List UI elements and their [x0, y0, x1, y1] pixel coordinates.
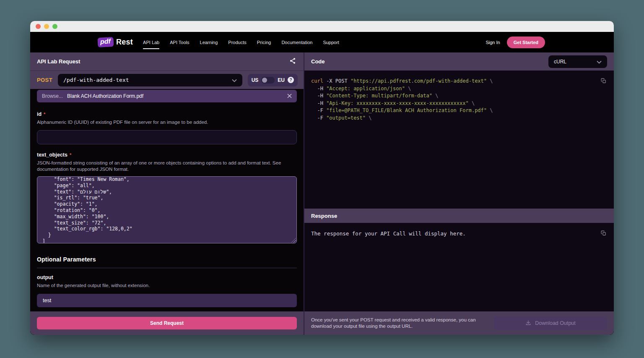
http-method-label: POST — [37, 77, 52, 83]
request-form: Browse... Blank ACH Authorization Form.p… — [30, 89, 304, 311]
download-note: Once you've sent your POST request and r… — [311, 317, 493, 330]
minimize-window-icon[interactable] — [44, 24, 49, 29]
code-panel-title: Code — [311, 58, 325, 65]
region-switch[interactable] — [261, 77, 275, 84]
code-line: -H "Content-Type: multipart/form-data" \ — [311, 92, 597, 100]
nav-item-learning[interactable]: Learning — [200, 37, 218, 47]
close-window-icon[interactable] — [36, 24, 41, 29]
send-request-button[interactable]: Send Request — [37, 317, 297, 329]
text-objects-textarea[interactable]: "font": "Times New Roman", "page": "all"… — [37, 176, 297, 243]
textarea-line: "page": "all", — [42, 183, 291, 189]
sign-in-link[interactable]: Sign In — [486, 40, 500, 45]
textarea-resize-handle[interactable] — [291, 238, 296, 243]
code-response-panel: Code cURL curl -X POST "https://api.pdfr… — [304, 52, 614, 335]
code-panel-header: Code cURL — [304, 52, 614, 71]
id-field-label: id — [37, 111, 42, 117]
region-toggle: US EU ? — [248, 74, 298, 86]
code-area: curl -X POST "https://api.pdfrest.com/pd… — [304, 71, 614, 209]
code-line: -F "output=test" \ — [311, 115, 597, 122]
selected-filename: Blank ACH Authorization Form.pdf — [67, 93, 283, 99]
desktop-background: pdf Rest API LabAPI ToolsLearningProduct… — [0, 0, 644, 358]
chevron-down-icon — [597, 58, 602, 65]
download-footer: Once you've sent your POST request and r… — [304, 311, 614, 335]
top-navbar: pdf Rest API LabAPI ToolsLearningProduct… — [30, 32, 614, 52]
text-objects-required-mark: * — [70, 152, 71, 157]
logo-pdf-badge: pdf — [97, 37, 114, 47]
code-line: curl -X POST "https://api.pdfrest.com/pd… — [311, 78, 597, 85]
download-button-label: Download Output — [535, 320, 576, 326]
chevron-down-icon — [232, 76, 237, 84]
request-panel-header: API Lab Request — [30, 52, 304, 71]
section-divider — [37, 268, 297, 268]
endpoint-select[interactable]: /pdf-with-added-text — [58, 74, 242, 86]
endpoint-value: /pdf-with-added-text — [63, 77, 129, 83]
id-field-description: Alphanumeric ID (UUID) of existing PDF f… — [37, 119, 297, 125]
optional-parameters-heading: Optional Parameters — [37, 256, 297, 263]
textarea-line: "max_width": "100", — [42, 214, 291, 220]
textarea-line: "is_rtl": "true", — [42, 195, 291, 201]
download-icon — [525, 320, 531, 327]
textarea-line: "font": "Times New Roman", — [42, 176, 291, 183]
share-button[interactable] — [288, 57, 297, 66]
response-title: Response — [311, 213, 337, 219]
textarea-line: "text_size": "72", — [42, 220, 291, 226]
nav-item-pricing[interactable]: Pricing — [257, 37, 271, 47]
file-upload-field[interactable]: Browse... Blank ACH Authorization Form.p… — [37, 90, 297, 102]
window-titlebar — [30, 21, 614, 32]
pdfrest-logo[interactable]: pdf Rest — [98, 37, 133, 47]
output-field-label: output — [37, 274, 53, 280]
response-header: Response — [304, 209, 614, 223]
clear-file-icon[interactable] — [287, 92, 292, 100]
text-objects-description: JSON-formatted string consisting of an a… — [37, 160, 288, 172]
nav-item-support[interactable]: Support — [323, 37, 339, 47]
textarea-line: "opacity": "1", — [42, 201, 291, 207]
nav-item-api-lab[interactable]: API Lab — [143, 37, 159, 47]
nav-item-api-tools[interactable]: API Tools — [170, 37, 189, 47]
curl-code: curl -X POST "https://api.pdfrest.com/pd… — [311, 78, 597, 122]
browse-button[interactable]: Browse... — [42, 93, 63, 99]
help-icon[interactable]: ? — [288, 77, 294, 83]
textarea-line: } — [42, 232, 291, 238]
nav-item-products[interactable]: Products — [228, 37, 246, 47]
code-line: -H "Api-Key: xxxxxxxx-xxxx-xxxx-xxxx-xxx… — [311, 100, 597, 107]
browser-window: pdf Rest API LabAPI ToolsLearningProduct… — [30, 21, 614, 335]
copy-response-button[interactable] — [600, 229, 607, 238]
request-panel-title: API Lab Request — [37, 58, 80, 65]
region-eu-label: EU — [278, 77, 285, 83]
textarea-line: "text_color_rgb": "128,0,2" — [42, 226, 291, 232]
textarea-line: ] — [42, 238, 291, 243]
share-icon — [289, 57, 296, 65]
response-area: The response for your API Call will disp… — [304, 223, 614, 311]
id-input[interactable] — [37, 130, 297, 144]
switch-knob — [262, 78, 267, 83]
endpoint-row: POST /pdf-with-added-text US EU ? — [30, 71, 304, 89]
download-output-button[interactable]: Download Output — [494, 316, 607, 330]
request-footer: Send Request — [30, 311, 304, 335]
language-select[interactable]: cURL — [548, 55, 607, 68]
nav-right-group: Sign In Get Started — [486, 37, 545, 48]
get-started-button[interactable]: Get Started — [507, 37, 545, 48]
response-placeholder: The response for your API Call will disp… — [311, 230, 597, 237]
textarea-line: "text": "שלום עולם", — [42, 189, 291, 195]
region-us-label: US — [252, 77, 259, 83]
text-objects-field-label: text_objects — [37, 152, 68, 158]
logo-rest-text: Rest — [116, 38, 133, 47]
output-input[interactable] — [37, 294, 297, 307]
copy-icon — [601, 78, 606, 85]
code-line: -F "file=@PATH_TO_FILE/Blank ACH Authori… — [311, 107, 597, 115]
code-line: -H "Accept: application/json" \ — [311, 85, 597, 93]
text-objects-lines: "font": "Times New Roman", "page": "all"… — [42, 176, 291, 243]
textarea-line: "rotation": "0", — [42, 207, 291, 214]
copy-code-button[interactable] — [600, 77, 607, 86]
nav-item-documentation[interactable]: Documentation — [281, 37, 312, 47]
nav-items: API LabAPI ToolsLearningProductsPricingD… — [143, 37, 339, 47]
maximize-window-icon[interactable] — [52, 24, 57, 29]
copy-icon — [601, 230, 606, 238]
language-value: cURL — [554, 59, 566, 65]
output-field-description: Name of the generated output file, witho… — [37, 282, 297, 289]
request-panel: API Lab Request POST — [30, 52, 304, 335]
id-required-mark: * — [44, 112, 45, 117]
